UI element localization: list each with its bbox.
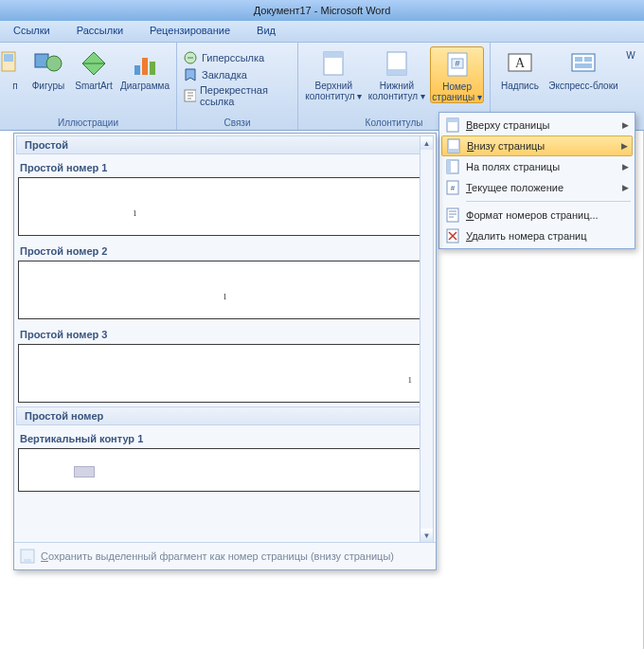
gallery-item-label: Простой номер 3 bbox=[16, 323, 434, 344]
chart-button[interactable]: Диаграмма bbox=[119, 46, 170, 91]
gallery-item-vertical-outline-1[interactable] bbox=[18, 448, 432, 492]
svg-rect-10 bbox=[324, 52, 343, 58]
svg-rect-6 bbox=[150, 62, 155, 75]
page-number-icon: # bbox=[442, 49, 473, 80]
menu-item-top-of-page[interactable]: Вверху страницы▶ bbox=[441, 115, 633, 135]
ribbon-group-illustrations: п Фигуры SmartArt Диаграмма Иллюстрации bbox=[0, 43, 177, 130]
ribbon-group-links: Гиперссылка Закладка Перекрестная ссылка… bbox=[177, 43, 298, 130]
ribbon-tabstrip: Ссылки Рассылки Рецензирование Вид bbox=[0, 21, 644, 43]
page-current-icon: # bbox=[445, 180, 460, 195]
scroll-up-icon[interactable]: ▲ bbox=[420, 136, 433, 150]
svg-rect-21 bbox=[575, 63, 592, 68]
submenu-arrow-icon: ▶ bbox=[622, 183, 629, 192]
svg-rect-20 bbox=[584, 57, 592, 62]
textbox-icon: A bbox=[505, 48, 535, 79]
bookmark-icon bbox=[183, 67, 198, 82]
submenu-arrow-icon: ▶ bbox=[622, 162, 629, 171]
svg-text:#: # bbox=[455, 59, 459, 68]
menu-item-bottom-of-page[interactable]: Внизу страницы▶ bbox=[441, 135, 633, 156]
svg-rect-33 bbox=[24, 559, 31, 562]
svg-text:A: A bbox=[515, 56, 526, 70]
svg-rect-12 bbox=[387, 69, 406, 75]
svg-rect-4 bbox=[134, 65, 140, 75]
chart-icon bbox=[130, 48, 160, 79]
gallery-category-simple: Простой bbox=[16, 135, 434, 154]
svg-rect-19 bbox=[575, 57, 582, 62]
smartart-icon bbox=[79, 48, 109, 79]
group-label-illustrations: Иллюстрации bbox=[6, 117, 170, 130]
tab-references[interactable]: Ссылки bbox=[0, 21, 63, 42]
page-number-menu: Вверху страницы▶ Внизу страницы▶ На поля… bbox=[438, 112, 635, 249]
scroll-down-icon[interactable]: ▼ bbox=[420, 529, 433, 542]
gallery-item-plain-number-3[interactable]: 1 bbox=[18, 344, 432, 403]
shapes-icon bbox=[33, 48, 63, 79]
submenu-arrow-icon: ▶ bbox=[621, 141, 628, 151]
menu-separator bbox=[466, 201, 631, 202]
crossref-button[interactable]: Перекрестная ссылка bbox=[183, 84, 292, 107]
gallery-item-plain-number-1[interactable]: 1 bbox=[18, 177, 432, 236]
svg-rect-1 bbox=[4, 54, 13, 62]
group-label-links: Связи bbox=[183, 117, 292, 130]
hyperlink-button[interactable]: Гиперссылка bbox=[183, 50, 292, 65]
menu-item-format-numbers[interactable]: Формат номеров страниц... bbox=[441, 205, 633, 225]
gallery-item-label: Вертикальный контур 1 bbox=[16, 427, 434, 448]
picture-button[interactable]: п bbox=[6, 46, 25, 91]
format-icon bbox=[445, 207, 460, 223]
gallery-category-simple-number: Простой номер bbox=[16, 406, 434, 425]
picture-icon bbox=[0, 48, 30, 79]
crossref-icon bbox=[183, 88, 196, 103]
bookmark-button[interactable]: Закладка bbox=[183, 67, 292, 82]
quickparts-button[interactable]: Экспресс-блоки bbox=[547, 46, 619, 91]
gallery-body: Простой Простой номер 1 1 Простой номер … bbox=[14, 134, 436, 542]
svg-rect-25 bbox=[448, 149, 459, 153]
svg-text:#: # bbox=[451, 184, 456, 192]
tab-view[interactable]: Вид bbox=[243, 21, 289, 42]
page-top-icon bbox=[445, 117, 460, 133]
tab-mailings[interactable]: Рассылки bbox=[63, 21, 136, 42]
footer-icon bbox=[382, 48, 412, 79]
header-icon bbox=[318, 48, 349, 79]
gallery-item-plain-number-2[interactable]: 1 bbox=[18, 261, 432, 319]
textbox-button[interactable]: A Надпись bbox=[496, 46, 544, 91]
submenu-arrow-icon: ▶ bbox=[622, 120, 629, 130]
title-bar: Документ17 - Microsoft Word bbox=[0, 0, 644, 21]
page-bottom-icon bbox=[446, 138, 461, 153]
svg-rect-23 bbox=[447, 118, 458, 122]
menu-item-current-position[interactable]: # Текущее положение▶ bbox=[441, 177, 633, 198]
gallery-save-selection[interactable]: Сохранить выделенный фрагмент как номер … bbox=[14, 542, 436, 569]
gallery-item-label: Простой номер 2 bbox=[16, 240, 434, 261]
remove-icon bbox=[445, 228, 460, 243]
footer-button[interactable]: Нижнийколонтитул ▾ bbox=[367, 46, 427, 103]
gallery-item-label: Простой номер 1 bbox=[16, 156, 434, 177]
menu-item-page-margins[interactable]: На полях страницы▶ bbox=[441, 156, 633, 177]
hyperlink-icon bbox=[183, 50, 198, 65]
tab-review[interactable]: Рецензирование bbox=[136, 21, 243, 42]
svg-point-3 bbox=[46, 56, 62, 71]
quickparts-icon bbox=[568, 48, 599, 79]
page-number-button[interactable]: # Номерстраницы ▾ bbox=[430, 46, 484, 103]
svg-rect-27 bbox=[447, 160, 451, 173]
header-button[interactable]: Верхнийколонтитул ▾ bbox=[304, 46, 364, 103]
page-number-gallery: Простой Простой номер 1 1 Простой номер … bbox=[13, 133, 437, 570]
svg-rect-18 bbox=[572, 54, 595, 71]
shapes-button[interactable]: Фигуры bbox=[28, 46, 68, 91]
svg-rect-5 bbox=[142, 58, 148, 75]
gallery-scrollbar[interactable]: ▲ ▼ bbox=[420, 135, 434, 543]
page-margins-icon bbox=[445, 159, 460, 174]
wordart-button[interactable]: W bbox=[623, 46, 638, 91]
smartart-button[interactable]: SmartArt bbox=[72, 46, 116, 91]
save-selection-icon bbox=[20, 549, 35, 564]
window-title: Документ17 - Microsoft Word bbox=[254, 5, 391, 16]
menu-item-remove-numbers[interactable]: Удалить номера страниц bbox=[441, 225, 633, 246]
svg-rect-30 bbox=[447, 208, 458, 222]
